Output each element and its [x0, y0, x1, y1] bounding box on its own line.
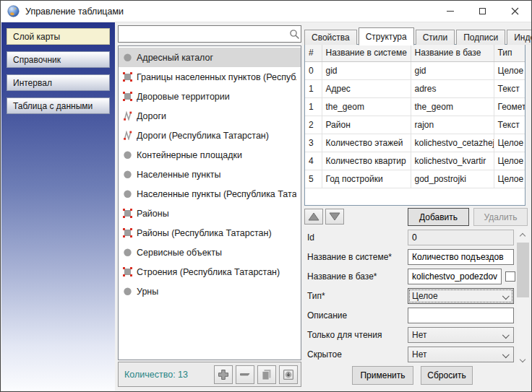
sidebar-item[interactable]: Таблица с данными: [7, 97, 110, 114]
sidebar-item[interactable]: Интервал: [7, 74, 110, 91]
table-cell: Текст: [494, 79, 525, 97]
search-box: [118, 25, 301, 43]
search-icon: [288, 29, 301, 40]
sidebar-item[interactable]: Слой карты: [7, 28, 110, 45]
description-field[interactable]: [408, 308, 514, 323]
table-row[interactable]: 4Количество квартирkolichestvo_kvartirЦе…: [305, 152, 525, 170]
remove-layer-button[interactable]: [236, 365, 254, 384]
layer-list-item[interactable]: Строения (Республика Татарстан): [119, 262, 301, 282]
system-name-field[interactable]: [408, 249, 514, 265]
layer-list-item[interactable]: Районы (Республика Татарстан): [119, 223, 301, 243]
point-icon: [123, 287, 132, 296]
table-row[interactable]: 1the_geomthe_geomГеометрия: [305, 97, 525, 116]
table-header-cell[interactable]: #: [305, 45, 322, 61]
table-header-cell[interactable]: Тип: [494, 45, 525, 61]
reset-button[interactable]: Сбросить: [421, 366, 473, 385]
search-input[interactable]: [119, 27, 288, 41]
form-scrollbar[interactable]: [517, 229, 529, 366]
apply-button[interactable]: Применить: [352, 366, 413, 385]
table-cell: rajon: [411, 116, 494, 134]
layer-list-item[interactable]: Сервисные объекты: [119, 243, 301, 262]
hidden-select-value: Нет: [412, 349, 504, 360]
layer-label: Адресный каталог: [137, 53, 213, 63]
base-name-checkbox[interactable]: [505, 271, 515, 282]
layer-list-item[interactable]: Дворовые территории: [119, 87, 301, 106]
table-row[interactable]: 0gidgidЦелое: [305, 61, 525, 79]
description-label: Описание: [307, 310, 347, 321]
window-title: Управление таблицами: [25, 6, 434, 17]
table-management-window: Управление таблицами Слой картыСправочни…: [0, 0, 532, 392]
base-name-field[interactable]: [408, 269, 502, 284]
layer-label: Районы: [137, 209, 169, 219]
layer-label: Контейнерные площадки: [137, 150, 242, 160]
tab-item[interactable]: Свойства: [304, 30, 357, 45]
scroll-down-button[interactable]: [517, 354, 529, 366]
layer-list-item[interactable]: Границы населенных пунктов (Республика Т…: [119, 67, 301, 87]
title-bar[interactable]: Управление таблицами: [1, 1, 531, 22]
readonly-select-value: Нет: [412, 330, 504, 340]
layer-list-item[interactable]: Дороги (Республика Татарстан): [119, 126, 301, 145]
table-cell: Целое: [494, 61, 525, 79]
table-row[interactable]: 3Количество этажейkolichestvo_cetazhejЦе…: [305, 134, 525, 152]
table-row[interactable]: 2РайонrajonТекст: [305, 116, 525, 134]
move-up-button[interactable]: [304, 209, 323, 225]
minimize-icon: [447, 11, 454, 12]
copy-layer-button[interactable]: [257, 365, 276, 384]
arrow-up-icon: [308, 212, 319, 221]
layer-label: Дворовые территории: [137, 92, 230, 102]
plus-icon: [217, 368, 230, 381]
hidden-select[interactable]: Нет: [408, 347, 514, 362]
structure-table-body: 0gidgidЦелое1АдресadresТекст1the_geomthe…: [305, 61, 525, 188]
table-cell: 3: [305, 134, 322, 152]
sidebar-item[interactable]: Справочник: [7, 51, 110, 68]
scroll-up-button[interactable]: [517, 229, 529, 241]
add-layer-button[interactable]: [214, 365, 233, 384]
table-cell: kolichestvo_cetazhej: [411, 134, 494, 152]
readonly-select[interactable]: Нет: [408, 327, 514, 343]
type-select[interactable]: Целое: [408, 288, 514, 304]
structure-table-container[interactable]: #Название в системеНазвание в базеТип 0g…: [304, 44, 525, 206]
tab-active[interactable]: Структура: [359, 27, 414, 45]
layer-list-item[interactable]: Адресный каталог: [119, 48, 301, 67]
table-row[interactable]: 1АдресadresТекст: [305, 79, 525, 97]
delete-field-button[interactable]: Удалить: [473, 208, 528, 226]
table-cell: the_geom: [411, 97, 494, 116]
layer-list-item[interactable]: Населенные пункты: [119, 165, 301, 184]
table-cell: adres: [411, 79, 494, 97]
table-cell: Количество квартир: [322, 152, 411, 170]
table-cell: 1: [305, 97, 322, 116]
copy-icon: [260, 368, 273, 381]
layer-label: Границы населенных пунктов (Республика Т…: [137, 72, 296, 82]
layer-list-item[interactable]: Населенные пункты (Республика Татарстан): [119, 184, 301, 204]
table-row[interactable]: 5Год постройкиgod_postrojkiЦелое: [305, 170, 525, 188]
move-down-button[interactable]: [325, 209, 344, 225]
minimize-button[interactable]: [434, 1, 466, 22]
id-label: Id: [307, 232, 314, 243]
scrollbar-thumb[interactable]: [517, 243, 529, 297]
import-layer-button[interactable]: [279, 365, 298, 384]
table-header-cell[interactable]: Название в системе: [322, 45, 411, 61]
layer-list-item[interactable]: Урны: [119, 282, 301, 301]
close-button[interactable]: [499, 1, 531, 22]
tab-item[interactable]: Подписи: [456, 30, 505, 45]
layer-label: Населенные пункты (Республика Татарстан): [137, 189, 296, 199]
layer-list: Адресный каталогГраницы населенных пункт…: [118, 45, 301, 360]
add-field-button[interactable]: Добавить: [408, 208, 469, 226]
layer-list-item[interactable]: Контейнерные площадки: [119, 145, 301, 165]
polygon-icon: [123, 228, 132, 238]
tab-item[interactable]: Индекс: [507, 30, 532, 45]
point-icon: [123, 150, 132, 160]
layer-list-item[interactable]: Районы: [119, 204, 301, 223]
table-cell: Год постройки: [322, 170, 411, 188]
system-name-label: Название в системе*: [307, 252, 392, 262]
layer-list-item[interactable]: Дороги: [119, 106, 301, 126]
layer-list-footer: Количество: 13: [118, 362, 301, 387]
minus-icon: [239, 368, 252, 381]
table-header-cell[interactable]: Название в базе: [411, 45, 494, 61]
table-cell: Текст: [494, 116, 525, 134]
structure-table-head: #Название в системеНазвание в базеТип: [305, 45, 525, 61]
chevron-down-icon: [504, 332, 510, 338]
tab-item[interactable]: Стили: [416, 30, 455, 45]
maximize-button[interactable]: [466, 1, 499, 22]
layer-label: Населенные пункты: [137, 170, 220, 180]
